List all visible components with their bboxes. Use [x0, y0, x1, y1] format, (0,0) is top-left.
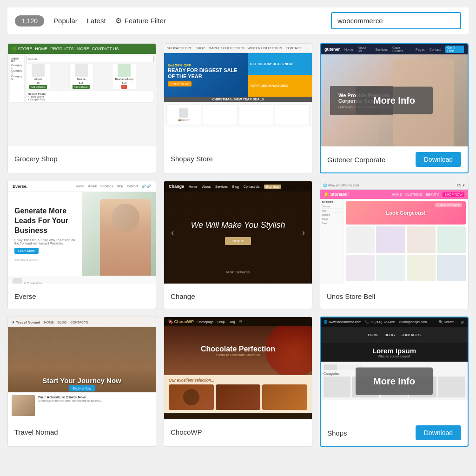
- everse-nav-icons: 🔗 🔗: [142, 185, 151, 188]
- card-footer-choco: ChocoWP: [164, 419, 312, 444]
- everse-nav: Everse. Home About Services Blog Contact…: [8, 181, 156, 192]
- travel-bottom-title: Your Adventure Starts Now.: [38, 395, 102, 399]
- shops-cat-5: [438, 377, 465, 397]
- preview-shops[interactable]: 🌐 www.shopstheme.com 📞 +1 (800) 123-456 …: [321, 317, 468, 420]
- travel-hero-text: Start Your Journey Now: [8, 377, 156, 384]
- everse-hero: Generate More Leads For Your Business En…: [8, 192, 156, 276]
- latest-link[interactable]: Latest: [87, 17, 106, 25]
- unos-prod-2: [376, 226, 405, 253]
- grocery-nav-item: HOME: [35, 46, 47, 51]
- travel-nav1: HOME: [44, 321, 54, 324]
- gutener-nav5: Pages: [416, 48, 425, 51]
- unos-brand: 🔔 StoreBell: [324, 192, 349, 197]
- unos-lang: EN ▼: [456, 184, 465, 187]
- choco-nav4: 🛒: [239, 320, 243, 324]
- search-wrapper: [331, 12, 461, 29]
- change-logo: Change: [169, 184, 184, 189]
- preview-gutener[interactable]: gutener Home About Us Services Case Stud…: [321, 44, 468, 146]
- unos-prod-8: [437, 255, 466, 282]
- change-prev-arrow[interactable]: ‹: [171, 228, 174, 238]
- card-change: Change Home About Services Blog Contact …: [164, 181, 312, 309]
- unos-prod-7: [407, 255, 436, 282]
- card-title-unos: Unos Store Bell: [327, 292, 375, 300]
- travel-nav2: BLOG: [58, 321, 66, 324]
- gutener-nav1: Home: [344, 48, 353, 51]
- choco-logo: 🍫 ChocoWP: [168, 319, 194, 324]
- preview-travel[interactable]: ✈ Travel Nomad HOME BLOG CONTACTS Start …: [8, 317, 156, 419]
- preview-change[interactable]: Change Home About Services Blog Contact …: [164, 181, 312, 284]
- card-title-grocery: Grocery Shop: [14, 155, 58, 163]
- unos-topnav1: HOME: [392, 193, 402, 196]
- card-shopay: SHOPAY STORE SHOP MARKET COLLECTION WINT…: [164, 43, 312, 173]
- top-bar: 1,120 Popular Latest ⚙ Feature Filter: [7, 7, 469, 34]
- download-button-gutener[interactable]: Download: [416, 152, 461, 167]
- card-title-shopay: Shopay Store: [171, 155, 213, 163]
- feature-filter[interactable]: ⚙ Feature Filter: [115, 16, 166, 25]
- change-shop-cta: Shop it!: [225, 237, 251, 245]
- card-title-everse: Everse: [14, 292, 36, 300]
- preview-shopay[interactable]: SHOPAY STORE SHOP MARKET COLLECTION WINT…: [164, 44, 312, 146]
- change-nav5: Contact Us: [244, 185, 260, 188]
- card-footer-grocery: Grocery Shop: [8, 146, 156, 171]
- search-input[interactable]: [331, 12, 461, 29]
- grocery-nav-item3: MORE: [77, 46, 89, 51]
- shops-hero-sub: What is Lorem Ipsum?: [324, 355, 464, 358]
- feature-filter-label: Feature Filter: [125, 17, 166, 25]
- choco-nav3: Blog: [229, 320, 235, 324]
- everse-hero-image: [82, 192, 156, 276]
- gutener-cta: Get It Free: [445, 46, 464, 53]
- change-next-arrow[interactable]: ›: [302, 228, 305, 238]
- preview-grocery-shop[interactable]: 🌿 STORE HOME PRODUCTS MORE CONTACT US SH…: [8, 44, 156, 146]
- more-info-gutener[interactable]: More Info: [356, 87, 433, 114]
- unos-url: 🌐 www.unostheme.com: [323, 184, 359, 187]
- card-title-shops: Shops: [327, 429, 347, 437]
- shops-cart: 🛒: [461, 320, 465, 324]
- gutener-nav2: About Us: [358, 46, 371, 53]
- unos-shop-now: SHOP NOW: [443, 192, 464, 197]
- everse-nav-services: Services: [100, 185, 113, 188]
- unos-filter-2: Tops: [322, 209, 342, 213]
- everse-headline: Generate More Leads For Your Business: [14, 206, 76, 235]
- unos-topnav3: BEAUTY: [426, 193, 439, 196]
- preview-unos[interactable]: 🌐 www.unostheme.com EN ▼ 🔔 StoreBell HOM…: [320, 181, 468, 284]
- shopay-nav4: CONTACT: [286, 46, 301, 50]
- everse-nav-home: Home: [76, 185, 85, 188]
- shops-topbar: 🌐 www.shopstheme.com 📞 +1 (800) 123-456 …: [321, 317, 468, 327]
- card-footer-change: Change: [164, 284, 312, 309]
- preview-choco[interactable]: 🍫 ChocoWP Homepage Shop Blog 🛒 Chocolate…: [164, 317, 312, 419]
- grocery-nav-item2: PRODUCTS: [50, 46, 74, 51]
- card-footer-shops: Shops Download: [321, 420, 468, 446]
- shops-cat-1: [324, 377, 350, 397]
- card-title-change: Change: [171, 292, 195, 300]
- popular-link[interactable]: Popular: [53, 17, 78, 25]
- download-button-shops[interactable]: Download: [416, 425, 461, 440]
- theme-grid: 🌿 STORE HOME PRODUCTS MORE CONTACT US SH…: [7, 43, 469, 447]
- card-title-gutener: Gutener Corporate: [327, 156, 385, 164]
- preview-everse[interactable]: Everse. Home About Services Blog Contact…: [8, 181, 156, 284]
- travel-explore-btn[interactable]: Explore Now: [69, 385, 95, 391]
- unos-banner-text: Look Gorgeous!: [386, 210, 426, 216]
- grocery-nav-item4: CONTACT US: [92, 46, 119, 51]
- card-travel: ✈ Travel Nomad HOME BLOG CONTACTS Start …: [7, 317, 156, 447]
- unos-prod-6: [376, 255, 405, 282]
- unos-filter-3: Bottoms: [322, 213, 342, 217]
- unos-summer-sale: SUMMER SALE: [435, 203, 462, 207]
- change-cta: Buy Now: [264, 185, 281, 189]
- shopay-brand: SHOPAY STORE: [167, 46, 192, 50]
- card-shops: 🌐 www.shopstheme.com 📞 +1 (800) 123-456 …: [320, 317, 469, 447]
- card-unos: 🌐 www.unostheme.com EN ▼ 🔔 StoreBell HOM…: [320, 181, 469, 309]
- grocery-logo: 🌿 STORE: [12, 46, 32, 51]
- everse-nav-contact: Contact: [127, 185, 138, 188]
- shops-url: 🌐 www.shopstheme.com: [324, 320, 361, 324]
- everse-nav-blog: Blog: [117, 185, 123, 188]
- unos-prod-1: [346, 226, 375, 253]
- shops-nav-contacts: CONTACTS: [400, 333, 420, 337]
- shops-hero-title: Lorem Ipsum: [324, 347, 464, 355]
- unos-prod-3: [407, 226, 436, 253]
- more-info-shops[interactable]: More Info: [356, 367, 433, 395]
- gutener-nav6: Contact: [430, 48, 441, 51]
- choco-nav1: Homepage: [198, 320, 213, 324]
- unos-topnav2: CLOTHING: [405, 193, 422, 196]
- gear-icon: ⚙: [115, 16, 122, 25]
- shops-search: 🔍 Search...: [439, 320, 457, 324]
